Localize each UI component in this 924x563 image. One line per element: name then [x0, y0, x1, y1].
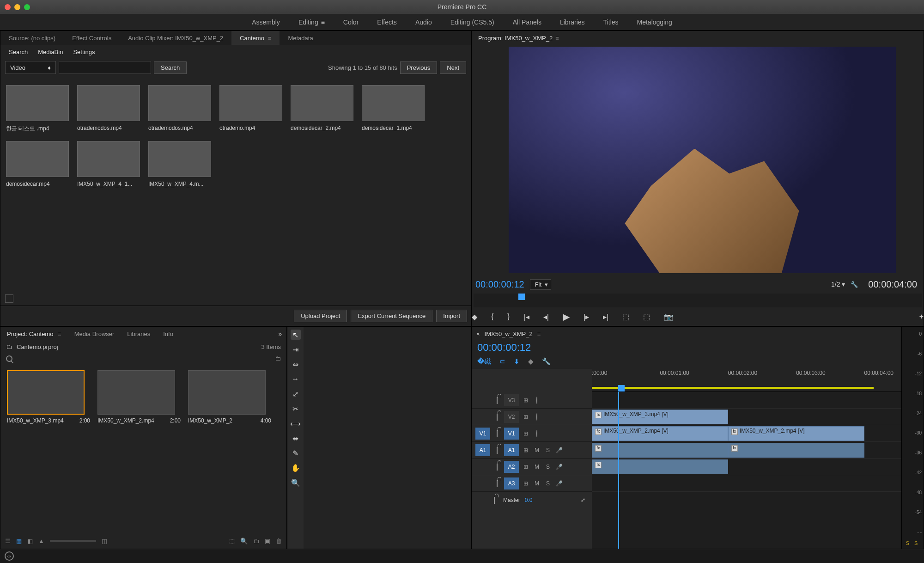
sync-lock-icon[interactable]: ⊞ — [522, 480, 530, 487]
go-to-out-icon[interactable]: ▸| — [603, 312, 608, 321]
workspace-editing-cs55[interactable]: Editing (CS5.5) — [450, 18, 494, 26]
freeform-icon[interactable]: ◧ — [27, 538, 33, 545]
workspace-menu-icon[interactable]: ≡ — [321, 18, 325, 26]
icon-view-icon[interactable]: ▦ — [16, 538, 22, 545]
selection-tool-icon[interactable]: ↖ — [291, 330, 301, 340]
clip-a2[interactable]: fx — [592, 459, 728, 474]
sync-lock-icon[interactable]: ⊞ — [522, 430, 530, 437]
sync-lock-icon[interactable]: ⊞ — [522, 447, 530, 453]
export-sequence-button[interactable]: Export Current Sequence — [351, 310, 432, 322]
marker-icon[interactable]: ◆ — [472, 312, 477, 321]
search-input[interactable] — [59, 61, 151, 74]
lock-icon[interactable] — [497, 480, 498, 487]
search-result-item[interactable]: demosidecar_2.mp4 — [291, 85, 353, 133]
eye-icon[interactable] — [536, 397, 537, 404]
work-area-bar[interactable] — [592, 387, 874, 389]
target-a2[interactable]: A2 — [504, 461, 519, 473]
maximize-window[interactable] — [24, 4, 30, 10]
in-point-icon[interactable]: { — [491, 312, 493, 321]
track-a1[interactable]: A1 A1 ⊞ M S 🎤 — [472, 442, 592, 459]
lock-icon[interactable] — [497, 430, 498, 437]
solo-icon[interactable]: S — [544, 464, 552, 470]
track-a2[interactable]: A2 ⊞ M S 🎤 — [472, 459, 592, 475]
settings-icon-2[interactable]: 🔧 — [542, 357, 551, 366]
automate-icon[interactable]: ⬚ — [229, 538, 235, 545]
tab-media-browser[interactable]: Media Browser — [68, 330, 121, 337]
delete-icon[interactable]: 🗑 — [276, 538, 282, 545]
settings-icon[interactable]: 🔧 — [851, 281, 858, 288]
zoom-slider[interactable] — [50, 540, 96, 542]
search-result-item[interactable]: demosidecar_1.mp4 — [362, 85, 425, 133]
panel-menu-icon[interactable]: ≡ — [268, 35, 272, 42]
rate-stretch-icon[interactable]: ⤢ — [291, 389, 301, 399]
playhead-indicator[interactable] — [618, 385, 625, 392]
workspace-metalogging[interactable]: Metalogging — [637, 18, 672, 26]
workspace-audio[interactable]: Audio — [415, 18, 432, 26]
out-point-icon[interactable]: } — [507, 312, 510, 321]
go-to-in-icon[interactable]: |◂ — [524, 312, 529, 321]
tab-audio-clip-mixer[interactable]: Audio Clip Mixer: IMX50_w_XMP_2 — [120, 31, 231, 45]
razor-tool-icon[interactable]: ✂ — [291, 404, 301, 414]
import-button[interactable]: Import — [436, 310, 467, 322]
thumbnail-icon[interactable]: ◫ — [102, 538, 107, 545]
project-item[interactable]: IMX50_w_XMP_3.mp42:00 — [7, 370, 90, 424]
linked-selection-icon[interactable]: ⊂ — [499, 357, 505, 366]
tab-libraries[interactable]: Libraries — [121, 330, 157, 337]
tab-source[interactable]: Source: (no clips) — [0, 31, 64, 45]
search-result-item[interactable]: IMX50_w_XMP_4_1... — [77, 141, 140, 187]
search-icon[interactable] — [6, 355, 12, 362]
timeline-timecode[interactable]: 00:00:00:12 — [472, 341, 901, 357]
source-v1[interactable]: V1 — [475, 428, 490, 440]
clip-a1b[interactable]: fx — [728, 443, 864, 458]
marker-icon-2[interactable]: ⬇ — [514, 357, 520, 366]
resolution-select[interactable]: 1/2 ▾ — [831, 281, 845, 288]
zoom-fit-select[interactable]: Fit ▾ — [530, 279, 551, 290]
step-forward-icon[interactable]: |▸ — [584, 312, 589, 321]
sort-icon[interactable]: ▲ — [38, 538, 44, 545]
mic-icon[interactable]: 🎤 — [555, 447, 563, 453]
tab-info[interactable]: Info — [157, 330, 180, 337]
mic-icon[interactable]: 🎤 — [555, 464, 563, 470]
subtab-settings[interactable]: Settings — [68, 47, 99, 57]
panel-menu-icon[interactable]: ≡ — [537, 330, 541, 337]
solo-icon[interactable]: S — [544, 447, 552, 453]
creative-cloud-icon[interactable]: ∞ — [5, 551, 14, 561]
project-item[interactable]: IMX50_w_XMP_2.mp42:00 — [97, 370, 181, 424]
search-result-item[interactable]: 한글 테스트 .mp4 — [6, 85, 69, 133]
clip-a1a[interactable]: fx — [592, 443, 728, 458]
add-button-icon[interactable]: + — [919, 312, 924, 321]
find-icon-2[interactable]: 🔍 — [240, 538, 248, 545]
overflow-icon[interactable]: » — [274, 330, 286, 337]
extract-icon[interactable]: ⬚ — [643, 312, 650, 321]
slip-tool-icon[interactable]: ⟷ — [291, 418, 301, 428]
search-result-item[interactable]: demosidecar.mp4 — [6, 141, 69, 187]
lock-icon[interactable] — [497, 414, 498, 421]
workspace-editing[interactable]: Editing≡ — [298, 18, 325, 26]
eye-icon[interactable] — [536, 413, 537, 421]
clip-v1a[interactable]: fxIMX50_w_XMP_2.mp4 [V] — [592, 426, 728, 441]
search-result-item[interactable]: otrademodos.mp4 — [77, 85, 140, 133]
snap-icon[interactable]: �磁 — [477, 357, 491, 366]
next-button[interactable]: Next — [440, 61, 466, 74]
tab-effect-controls[interactable]: Effect Controls — [64, 31, 120, 45]
clip-v1b[interactable]: fxIMX50_w_XMP_2.mp4 [V] — [728, 426, 864, 441]
master-track[interactable]: Master 0.0 ⤢ — [472, 492, 592, 508]
track-a3[interactable]: A3 ⊞ M S 🎤 — [472, 475, 592, 492]
current-timecode[interactable]: 00:00:00:12 — [475, 279, 524, 290]
sequence-name[interactable]: IMX50_w_XMP_2 — [485, 330, 533, 337]
mic-icon[interactable]: 🎤 — [555, 480, 563, 487]
lock-icon[interactable] — [497, 447, 498, 454]
new-bin-icon[interactable]: 🗀 — [253, 538, 259, 545]
new-item-icon[interactable]: ▣ — [265, 538, 270, 545]
track-v3[interactable]: V3 ⊞ — [472, 392, 592, 409]
target-a1[interactable]: A1 — [504, 444, 519, 456]
step-back-icon[interactable]: ◂| — [543, 312, 549, 321]
workspace-all-panels[interactable]: All Panels — [513, 18, 541, 26]
marker-icon-3[interactable]: ◆ — [528, 357, 534, 366]
checkbox[interactable] — [5, 294, 13, 303]
program-viewport[interactable] — [509, 47, 896, 273]
target-a3[interactable]: A3 — [504, 477, 519, 490]
play-icon[interactable]: ▶ — [563, 311, 570, 322]
list-view-icon[interactable]: ☰ — [5, 538, 11, 545]
mute-icon[interactable]: M — [533, 464, 541, 470]
